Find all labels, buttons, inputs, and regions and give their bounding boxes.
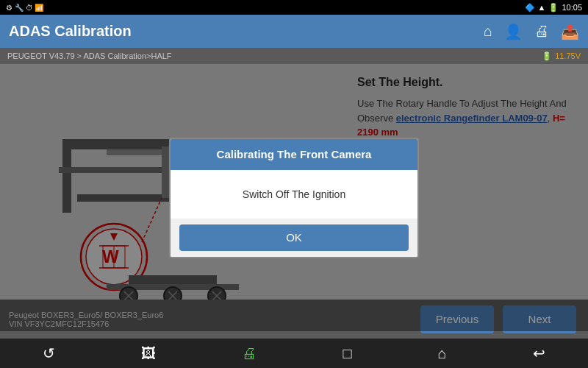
status-icons: ⚙ 🔧 ⏱ 📶 — [6, 4, 43, 12]
breadcrumb-path: PEUGEOT V43.79 > ADAS Calibration>HALF — [7, 52, 172, 60]
status-bar: ⚙ 🔧 ⏱ 📶 🔷 ▲ 🔋 10:05 — [0, 0, 588, 15]
status-bar-left: ⚙ 🔧 ⏱ 📶 — [6, 4, 43, 12]
home-nav-icon[interactable]: ⌂ — [437, 345, 446, 362]
modal-overlay: Calibrating The Front Camera Switch Off … — [0, 64, 588, 331]
image-icon[interactable]: 🖼 — [141, 345, 156, 362]
voltage-display: 🔋 11.75V — [542, 52, 581, 61]
modal-body: Switch Off The Ignition — [171, 170, 417, 219]
modal-dialog: Calibrating The Front Camera Switch Off … — [169, 138, 419, 258]
home-icon[interactable]: ⌂ — [484, 23, 492, 40]
ok-button[interactable]: OK — [179, 224, 409, 251]
header-icons: ⌂ 👤 🖨 📤 — [484, 23, 579, 40]
user-icon[interactable]: 👤 — [504, 23, 523, 40]
print-icon[interactable]: 🖨 — [534, 23, 549, 40]
battery-icon: 🔋 — [548, 3, 559, 13]
app-header: ADAS Calibration ⌂ 👤 🖨 📤 — [0, 15, 588, 48]
time-display: 10:05 — [562, 3, 582, 12]
modal-header: Calibrating The Front Camera — [171, 139, 417, 170]
modal-title: Calibrating The Front Camera — [217, 148, 372, 160]
signal-icon: ▲ — [538, 3, 546, 12]
modal-message: Switch Off The Ignition — [243, 188, 345, 200]
back-arrow-icon[interactable]: ↩ — [533, 344, 545, 362]
breadcrumb: PEUGEOT V43.79 > ADAS Calibration>HALF 🔋… — [0, 48, 588, 64]
square-icon[interactable]: □ — [343, 345, 351, 362]
printer-nav-icon[interactable]: 🖨 — [242, 345, 257, 362]
voltage-value: 11.75V — [555, 52, 581, 60]
status-bar-right: 🔷 ▲ 🔋 10:05 — [525, 3, 582, 13]
export-icon[interactable]: 📤 — [561, 23, 579, 40]
app-title: ADAS Calibration — [9, 23, 132, 40]
back-circle-icon[interactable]: ↺ — [43, 344, 55, 362]
battery-small-icon: 🔋 — [542, 52, 552, 61]
modal-footer: OK — [171, 219, 417, 257]
bluetooth-icon: 🔷 — [525, 3, 535, 13]
system-nav-bar: ↺ 🖼 🖨 □ ⌂ ↩ — [0, 339, 588, 368]
